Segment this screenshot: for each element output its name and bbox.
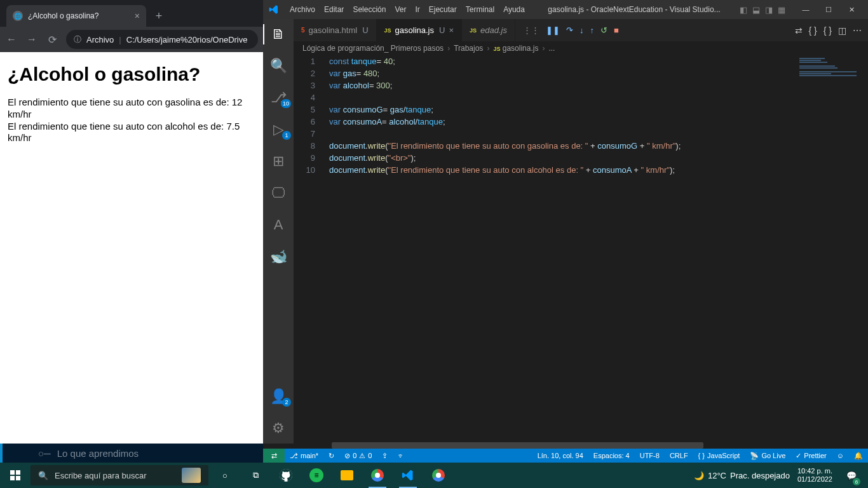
address-bar[interactable]: ⓘ Archivo | C:/Users/jaime%20rios/OneDri… bbox=[66, 30, 258, 49]
remote-explorer-icon[interactable]: 🖵 bbox=[263, 183, 294, 203]
globe-icon: 🌐 bbox=[13, 11, 23, 21]
prettier[interactable]: ✓ Prettier bbox=[790, 452, 831, 460]
debug-step-into-icon[interactable]: ↓ bbox=[580, 25, 584, 35]
debug-drag-icon[interactable]: ⋮⋮ bbox=[523, 25, 539, 35]
scm-badge: 10 bbox=[281, 99, 291, 108]
window-title: gasolina.js - OracleNextEducation - Visu… bbox=[531, 5, 737, 14]
braces-icon-2[interactable]: { } bbox=[824, 25, 832, 36]
menu-editar[interactable]: Editar bbox=[320, 5, 348, 14]
toggle-panel-bottom-icon[interactable]: ⬓ bbox=[752, 5, 760, 15]
menu-ver[interactable]: Ver bbox=[391, 5, 410, 14]
close-icon[interactable]: × bbox=[135, 11, 140, 21]
minimap[interactable] bbox=[794, 55, 858, 450]
menu-archivo[interactable]: Archivo bbox=[286, 5, 319, 14]
chrome-icon-2[interactable] bbox=[424, 463, 452, 488]
azure-icon[interactable]: A bbox=[263, 215, 294, 235]
chrome-tab-title: ¿Alcohol o gasolina? bbox=[28, 11, 130, 20]
run-debug-icon[interactable]: ▷1 bbox=[263, 119, 294, 140]
layout-icon[interactable]: ▦ bbox=[778, 5, 785, 15]
vertical-scrollbar[interactable] bbox=[859, 55, 868, 450]
compare-icon[interactable]: ⇄ bbox=[795, 25, 803, 36]
taskbar-search[interactable]: 🔍 Escribe aquí para buscar bbox=[31, 465, 208, 485]
editor-tab-edad-js[interactable]: JSedad.js bbox=[462, 19, 515, 41]
more-actions-icon[interactable]: ⋯ bbox=[853, 25, 862, 36]
debug-stop-icon[interactable]: ■ bbox=[614, 25, 619, 35]
horizontal-scrollbar[interactable] bbox=[332, 442, 785, 449]
file-explorer-icon[interactable] bbox=[333, 463, 361, 488]
toggle-panel-left-icon[interactable]: ◧ bbox=[740, 5, 747, 15]
feedback-icon[interactable]: ☺ bbox=[832, 452, 849, 460]
go-live[interactable]: 📡 Go Live bbox=[745, 452, 790, 460]
encoding[interactable]: UTF-8 bbox=[635, 452, 665, 460]
page-title: ¿Alcohol o gasolina? bbox=[8, 64, 255, 85]
eol[interactable]: CRLF bbox=[665, 452, 693, 460]
toggle-panel-right-icon[interactable]: ◨ bbox=[765, 5, 773, 15]
breadcrumb-seg[interactable]: ... bbox=[548, 44, 555, 53]
split-editor-icon[interactable]: ◫ bbox=[838, 25, 846, 36]
debug-restart-icon[interactable]: ↺ bbox=[600, 25, 607, 35]
remote-indicator[interactable]: ⇄ bbox=[263, 449, 285, 463]
breadcrumb-seg[interactable]: Trabajos bbox=[454, 44, 483, 53]
search-highlight-icon bbox=[182, 468, 201, 483]
git-branch[interactable]: ⎇ main* bbox=[285, 452, 323, 460]
live-share-icon[interactable]: ⇪ bbox=[377, 452, 393, 460]
explorer-icon[interactable]: 🗎 bbox=[263, 24, 294, 44]
extensions-icon[interactable]: ⊞ bbox=[263, 151, 294, 172]
chrome-icon[interactable] bbox=[363, 463, 391, 488]
language-mode[interactable]: { } JavaScript bbox=[693, 452, 745, 460]
braces-icon[interactable]: { } bbox=[809, 25, 817, 36]
menu-terminal[interactable]: Terminal bbox=[462, 5, 498, 14]
minimize-button[interactable]: — bbox=[794, 0, 817, 19]
maximize-button[interactable]: ☐ bbox=[817, 0, 840, 19]
notifications-icon[interactable]: 🔔 bbox=[849, 452, 868, 460]
docker-icon[interactable]: 🐋 bbox=[263, 247, 294, 267]
settings-gear-icon[interactable]: ⚙ bbox=[263, 418, 294, 438]
back-button[interactable]: ← bbox=[5, 34, 18, 45]
debug-pause-icon[interactable]: ❚❚ bbox=[546, 25, 560, 35]
github-icon[interactable] bbox=[272, 463, 300, 488]
action-center-icon[interactable]: 💬6 bbox=[840, 463, 863, 488]
menu-selección[interactable]: Selección bbox=[349, 5, 390, 14]
weather-widget[interactable]: 🌙 12°C Prac. despejado bbox=[694, 471, 790, 480]
breadcrumb-seg[interactable]: JS gasolina.js bbox=[493, 44, 538, 53]
indent[interactable]: Espacios: 4 bbox=[588, 452, 635, 460]
code-content[interactable]: const tanque= 40;var gas= 480;var alcoho… bbox=[329, 55, 792, 176]
spotify-icon[interactable]: ≡ bbox=[302, 463, 330, 488]
clock[interactable]: 10:42 p. m. 01/12/2022 bbox=[797, 467, 832, 483]
reload-button[interactable]: ⟳ bbox=[46, 34, 58, 46]
menu-ayuda[interactable]: Ayuda bbox=[499, 5, 529, 14]
close-button[interactable]: ✕ bbox=[840, 0, 863, 19]
new-tab-button[interactable]: + bbox=[150, 7, 168, 25]
svg-rect-2 bbox=[10, 476, 15, 480]
port-icon[interactable]: ᯤ bbox=[393, 452, 410, 459]
accounts-icon[interactable]: 👤2 bbox=[263, 386, 294, 407]
task-view-icon[interactable]: ⧉ bbox=[241, 463, 269, 488]
cursor-position[interactable]: Lín. 10, col. 94 bbox=[532, 452, 588, 460]
close-icon[interactable]: × bbox=[449, 25, 454, 35]
start-button[interactable] bbox=[0, 463, 31, 488]
menu-ejecutar[interactable]: Ejecutar bbox=[425, 5, 461, 14]
menu-ir[interactable]: Ir bbox=[411, 5, 423, 14]
editor-tab-gasolina-html[interactable]: 5gasolina.htmlU bbox=[294, 19, 377, 41]
debug-step-out-icon[interactable]: ↑ bbox=[590, 25, 594, 35]
forward-button[interactable]: → bbox=[25, 34, 38, 45]
sync-button[interactable]: ↻ bbox=[323, 452, 339, 460]
debug-step-over-icon[interactable]: ↷ bbox=[566, 25, 573, 35]
vscode-titlebar: ArchivoEditarSelecciónVerIrEjecutarTermi… bbox=[263, 0, 868, 19]
page-body: ¿Alcohol o gasolina? El rendimiento que … bbox=[0, 52, 263, 444]
layout-controls: ◧ ⬓ ◨ ▦ bbox=[740, 5, 785, 15]
source-control-icon[interactable]: ⎇10 bbox=[263, 88, 294, 108]
bullet-icon: ○─ bbox=[38, 448, 51, 459]
account-badge: 2 bbox=[282, 398, 291, 407]
editor-area[interactable]: 12345678910 const tanque= 40;var gas= 48… bbox=[294, 55, 868, 450]
breadcrumb-seg[interactable]: Lógica de programación_ Primeros pasos bbox=[302, 44, 444, 53]
vscode-taskbar-icon[interactable] bbox=[394, 463, 422, 488]
editor-tab-gasolina-js[interactable]: JSgasolina.jsU× bbox=[377, 19, 462, 41]
window-controls: — ☐ ✕ bbox=[794, 0, 863, 19]
svg-rect-3 bbox=[16, 476, 20, 480]
breadcrumbs[interactable]: Lógica de programación_ Primeros pasos›T… bbox=[294, 41, 792, 55]
problems[interactable]: ⊘ 0 ⚠ 0 bbox=[339, 452, 377, 460]
search-icon[interactable]: 🔍 bbox=[263, 56, 294, 76]
cortana-icon[interactable]: ○ bbox=[211, 463, 239, 488]
chrome-tab[interactable]: 🌐 ¿Alcohol o gasolina? × bbox=[6, 5, 146, 27]
